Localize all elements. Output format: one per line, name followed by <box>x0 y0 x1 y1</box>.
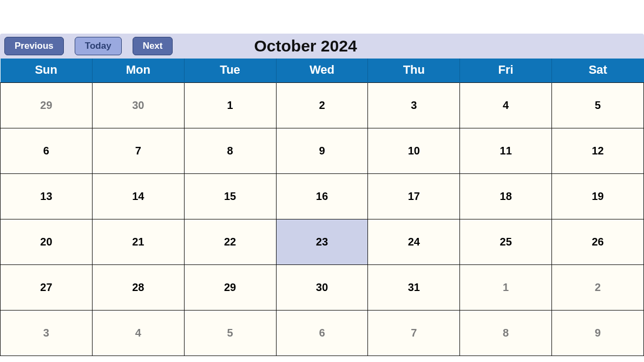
calendar-day[interactable]: 7 <box>368 311 460 356</box>
previous-button[interactable]: Previous <box>4 37 64 55</box>
calendar-day[interactable]: 27 <box>1 265 93 311</box>
calendar-day[interactable]: 11 <box>460 128 552 174</box>
calendar-grid: Sun Mon Tue Wed Thu Fri Sat 293012345678… <box>0 59 644 356</box>
day-header-sun: Sun <box>1 59 93 83</box>
calendar-day[interactable]: 21 <box>92 219 184 265</box>
calendar-week: 20212223242526 <box>1 219 644 265</box>
calendar-day[interactable]: 2 <box>552 265 644 311</box>
calendar-day[interactable]: 8 <box>184 128 276 174</box>
day-header-row: Sun Mon Tue Wed Thu Fri Sat <box>1 59 644 83</box>
day-header-mon: Mon <box>92 59 184 83</box>
calendar-day[interactable]: 10 <box>368 128 460 174</box>
calendar-day[interactable]: 5 <box>552 83 644 128</box>
calendar-day[interactable]: 30 <box>276 265 368 311</box>
calendar-day[interactable]: 9 <box>552 311 644 356</box>
day-header-tue: Tue <box>184 59 276 83</box>
calendar-day[interactable]: 1 <box>184 83 276 128</box>
calendar-day[interactable]: 7 <box>92 128 184 174</box>
calendar-day[interactable]: 29 <box>184 265 276 311</box>
calendar-day[interactable]: 5 <box>184 311 276 356</box>
calendar-toolbar: Previous Today Next October 2024 <box>0 34 644 59</box>
calendar-day[interactable]: 31 <box>368 265 460 311</box>
calendar-day[interactable]: 8 <box>460 311 552 356</box>
calendar-day[interactable]: 25 <box>460 219 552 265</box>
calendar-week: 293012345 <box>1 83 644 128</box>
calendar-week: 3456789 <box>1 311 644 356</box>
next-button[interactable]: Next <box>133 37 173 55</box>
calendar-day[interactable]: 17 <box>368 174 460 219</box>
calendar-day[interactable]: 13 <box>1 174 93 219</box>
calendar-day[interactable]: 9 <box>276 128 368 174</box>
calendar-day[interactable]: 20 <box>1 219 93 265</box>
calendar-day[interactable]: 16 <box>276 174 368 219</box>
calendar-day[interactable]: 4 <box>460 83 552 128</box>
calendar-day[interactable]: 1 <box>460 265 552 311</box>
calendar-day[interactable]: 24 <box>368 219 460 265</box>
calendar-day[interactable]: 29 <box>1 83 93 128</box>
calendar-day[interactable]: 23 <box>276 219 368 265</box>
calendar-day[interactable]: 15 <box>184 174 276 219</box>
calendar-day[interactable]: 19 <box>552 174 644 219</box>
calendar-day[interactable]: 2 <box>276 83 368 128</box>
day-header-sat: Sat <box>552 59 644 83</box>
calendar-day[interactable]: 6 <box>1 128 93 174</box>
calendar-week: 272829303112 <box>1 265 644 311</box>
calendar-week: 6789101112 <box>1 128 644 174</box>
calendar-day[interactable]: 18 <box>460 174 552 219</box>
calendar-day[interactable]: 6 <box>276 311 368 356</box>
calendar-day[interactable]: 14 <box>92 174 184 219</box>
calendar-day[interactable]: 3 <box>368 83 460 128</box>
day-header-thu: Thu <box>368 59 460 83</box>
calendar-day[interactable]: 30 <box>92 83 184 128</box>
day-header-wed: Wed <box>276 59 368 83</box>
calendar-week: 13141516171819 <box>1 174 644 219</box>
today-button[interactable]: Today <box>75 37 122 55</box>
calendar-day[interactable]: 3 <box>1 311 93 356</box>
calendar-day[interactable]: 12 <box>552 128 644 174</box>
calendar-day[interactable]: 28 <box>92 265 184 311</box>
calendar-day[interactable]: 22 <box>184 219 276 265</box>
day-header-fri: Fri <box>460 59 552 83</box>
calendar-title: October 2024 <box>254 37 357 55</box>
calendar-day[interactable]: 4 <box>92 311 184 356</box>
calendar-day[interactable]: 26 <box>552 219 644 265</box>
